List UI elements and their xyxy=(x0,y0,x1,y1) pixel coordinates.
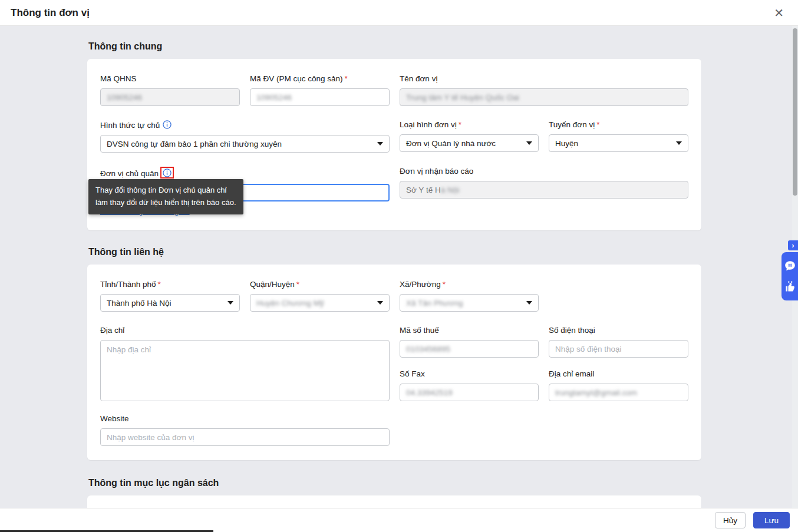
so-fax-input[interactable]: 04.33942519 xyxy=(400,384,539,401)
field-dia-chi: Địa chỉ xyxy=(100,326,390,401)
modal-footer: Hủy Lưu xyxy=(0,508,798,532)
tuyen-select[interactable]: Huyện xyxy=(549,134,688,152)
field-xa-phuong: Xã/Phường* Xã Tân Phương xyxy=(400,280,539,312)
ten-don-vi-input: Trung tâm Y tế Huyện Quốc Oai xyxy=(400,88,688,106)
field-ten-don-vi: Tên đơn vị Trung tâm Y tế Huyện Quốc Oai xyxy=(400,74,688,106)
website-input[interactable] xyxy=(100,428,390,446)
nhan-bao-cao-label: Đơn vị nhận báo cáo xyxy=(400,167,688,176)
field-ma-qhns: Mã QHNS 10905246 xyxy=(100,74,240,106)
ma-so-thue-input[interactable]: 0103456895 xyxy=(400,340,539,358)
general-card: Mã QHNS 10905246 Mã ĐV (PM cục công sản)… xyxy=(87,59,701,230)
field-tinh-thanh-pho: Tỉnh/Thành phố* Thành phố Hà Nội xyxy=(100,280,240,312)
contact-card: Tỉnh/Thành phố* Thành phố Hà Nội Quận/Hu… xyxy=(87,265,701,460)
loai-hinh-label: Loại hình đơn vị xyxy=(400,120,457,129)
email-label: Địa chỉ email xyxy=(549,369,688,378)
chevron-down-icon xyxy=(377,142,383,146)
highlight-red-box xyxy=(160,167,174,179)
required-marker: * xyxy=(296,280,299,289)
field-so-dien-thoai: Số điện thoại xyxy=(549,326,688,358)
field-ma-dv: Mã ĐV (PM cục công sản)* 10905246 xyxy=(250,74,390,106)
so-dien-thoai-label: Số điện thoại xyxy=(549,326,688,335)
chevron-down-icon xyxy=(526,141,532,145)
modal-body: Thông tin chung Mã QHNS 10905246 Mã ĐV (… xyxy=(0,26,798,508)
tinh-select[interactable]: Thành phố Hà Nội xyxy=(100,294,240,312)
modal-title: Thông tin đơn vị xyxy=(11,7,90,19)
ma-qhns-input: 10905246 xyxy=(100,88,240,106)
ma-qhns-label: Mã QHNS xyxy=(100,74,240,83)
chat-support-icon[interactable] xyxy=(784,260,796,272)
required-marker: * xyxy=(459,120,461,129)
chevron-down-icon xyxy=(676,141,682,145)
loai-hinh-select[interactable]: Đơn vị Quản lý nhà nước xyxy=(400,134,539,152)
quan-select[interactable]: Huyện Chương Mỹ xyxy=(250,294,390,312)
hinh-thuc-select[interactable]: ĐVSN công tự đảm bảo 1 phần chi thường x… xyxy=(100,135,390,153)
field-tuyen-don-vi: Tuyến đơn vị* Huyện xyxy=(549,120,688,153)
field-so-fax: Số Fax 04.33942519 xyxy=(400,369,539,401)
dia-chi-textarea[interactable] xyxy=(100,340,390,401)
field-don-vi-chu-quan: Đơn vị chủ quản Thay đổi thông tin Đơn v… xyxy=(100,167,390,216)
required-marker: * xyxy=(345,74,348,83)
field-nhan-bao-cao: Đơn vị nhận báo cáo Sở Y tế H à Nội xyxy=(400,167,688,216)
chevron-down-icon xyxy=(377,301,383,305)
info-icon[interactable] xyxy=(163,120,172,129)
modal-header: Thông tin đơn vị ✕ xyxy=(0,0,798,26)
so-fax-label: Số Fax xyxy=(400,369,539,378)
section-title-general: Thông tin chung xyxy=(88,41,701,52)
field-hinh-thuc-tu-chu: Hình thức tự chủ ĐVSN công tự đảm bảo 1 … xyxy=(100,120,390,153)
ten-don-vi-label: Tên đơn vị xyxy=(400,74,688,83)
cancel-button[interactable]: Hủy xyxy=(715,512,746,528)
field-email: Địa chỉ email trungtamyt@gmail.com xyxy=(549,369,688,401)
tuyen-label: Tuyến đơn vị xyxy=(549,120,595,129)
scrollbar-thumb[interactable] xyxy=(793,28,797,196)
nhan-bao-cao-input: Sở Y tế H à Nội xyxy=(400,181,688,199)
tinh-label: Tỉnh/Thành phố xyxy=(100,280,156,289)
ma-so-thue-label: Mã số thuế xyxy=(400,326,539,335)
section-title-contact: Thông tin liên hệ xyxy=(88,247,701,257)
quan-label: Quận/Huyện xyxy=(250,280,295,289)
chevron-right-icon: › xyxy=(792,241,794,250)
required-marker: * xyxy=(158,280,161,289)
required-marker: * xyxy=(443,280,446,289)
required-marker: * xyxy=(596,120,599,129)
hinh-thuc-label: Hình thức tự chủ xyxy=(100,121,160,130)
save-button[interactable]: Lưu xyxy=(753,512,790,528)
chevron-down-icon xyxy=(526,301,532,305)
website-label: Website xyxy=(100,414,390,423)
dia-chi-label: Địa chỉ xyxy=(100,326,390,335)
chu-quan-label: Đơn vị chủ quản xyxy=(100,169,159,178)
so-dien-thoai-input[interactable] xyxy=(549,340,688,358)
email-input[interactable]: trungtamyt@gmail.com xyxy=(549,384,688,401)
widget-collapse-tab[interactable]: › xyxy=(788,240,798,250)
field-loai-hinh: Loại hình đơn vị* Đơn vị Quản lý nhà nướ… xyxy=(400,120,539,153)
xa-label: Xã/Phường xyxy=(400,280,441,289)
support-widget xyxy=(781,252,798,300)
section-title-budget: Thông tin mục lục ngân sách xyxy=(88,478,701,488)
field-quan-huyen: Quận/Huyện* Huyện Chương Mỹ xyxy=(250,280,390,312)
rating-thumbs-up-icon[interactable] xyxy=(784,280,796,293)
ma-dv-input[interactable]: 10905246 xyxy=(250,88,390,106)
xa-select[interactable]: Xã Tân Phương xyxy=(400,294,539,312)
field-website: Website xyxy=(100,414,390,446)
field-ma-so-thue: Mã số thuế 0103456895 xyxy=(400,326,539,358)
chevron-down-icon xyxy=(227,301,233,305)
tooltip: Thay đổi thông tin Đơn vị chủ quản chỉ l… xyxy=(88,179,243,214)
info-icon[interactable] xyxy=(163,168,172,177)
ma-dv-label: Mã ĐV (PM cục công sản) xyxy=(250,74,343,83)
close-icon[interactable]: ✕ xyxy=(770,6,787,20)
